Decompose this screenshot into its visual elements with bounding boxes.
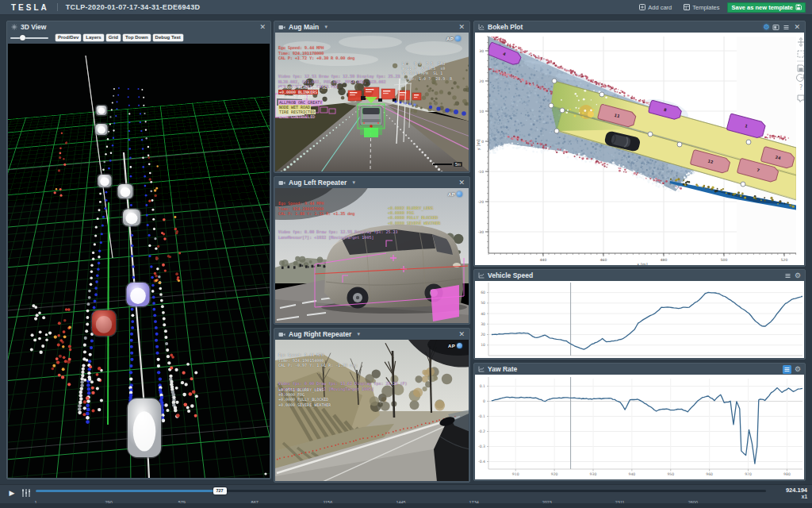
3d-car-mesh: [95, 105, 108, 117]
ap-status-icon: [457, 343, 462, 348]
3d-view-button-debug-text[interactable]: Debug Text: [153, 34, 183, 41]
play-button[interactable]: ▶: [6, 487, 17, 498]
svg-text:950: 950: [667, 472, 674, 476]
scale-indicator: 5m: [433, 162, 462, 167]
aug-right-header[interactable]: Aug Right Repeater ▼ ✕: [274, 329, 469, 340]
ap-status-icon: [455, 36, 461, 41]
svg-text:460: 460: [600, 258, 607, 262]
panel-vehicle-speed: Vehicle Speed ⚙ 605040302010: [473, 269, 806, 360]
save-template-label: Save as new template: [731, 4, 793, 11]
3d-view-button-grid[interactable]: Grid: [106, 34, 121, 41]
3d-car-mesh: [127, 398, 163, 459]
yaw-rate-canvas[interactable]: 0.10-0.1-0.2-0.3-0.491092093094095096097…: [475, 375, 804, 479]
bokeh-canvas[interactable]: 41181127244404604805005203020100-10-20-3…: [475, 33, 804, 265]
aug-left-telemetry-text: Ego Speed: 9.44 MPHTime: 924.190057000CA…: [278, 191, 398, 249]
svg-text:-30: -30: [478, 230, 484, 234]
recording-title: TCLP-2020-01-07-17-34-31-EDE6943D: [66, 3, 200, 11]
slider-thumb[interactable]: [20, 35, 25, 40]
list-icon[interactable]: [784, 272, 791, 279]
svg-text:-0.4: -0.4: [478, 460, 485, 464]
aug-right-title: Aug Right Repeater: [289, 330, 351, 338]
settings-gear-icon[interactable]: ⚙: [763, 24, 769, 31]
svg-text:40: 40: [481, 312, 485, 316]
aug-main-title: Aug Main: [289, 23, 319, 31]
aug-main-close-icon[interactable]: ✕: [458, 23, 465, 31]
aug-left-title: Aug Left Repeater: [289, 179, 347, 187]
3d-car-mesh: [117, 183, 134, 200]
panel-3d-view: 3D View ✕ Prod/DevLayersGridTop DownDebu…: [6, 21, 271, 479]
aug-right-video: Ego Speed: 9.44 MPHTime: 924.190154000CA…: [275, 340, 469, 481]
aug-right-close-icon[interactable]: ✕: [458, 330, 465, 338]
3d-view-close-icon[interactable]: ✕: [259, 23, 266, 31]
playback-speed-label[interactable]: x1: [802, 494, 807, 499]
svg-text:910: 910: [512, 472, 519, 476]
3d-view-zoom-slider[interactable]: [10, 34, 48, 42]
app-window: TESLA TCLP-2020-01-07-17-34-31-EDE6943D …: [0, 0, 812, 508]
save-icon: [795, 4, 802, 10]
svg-text:60: 60: [481, 291, 485, 294]
templates-button[interactable]: Templates: [680, 2, 723, 13]
gear-icon: [11, 24, 17, 30]
aug-left-header[interactable]: Aug Left Repeater ▼ ✕: [274, 177, 469, 188]
bokeh-close-icon[interactable]: ✕: [793, 23, 801, 31]
chevron-down-icon[interactable]: ▼: [351, 180, 356, 185]
aug-main-flags-text: +0.0000 PIXELWISE_SL.br+0.0000 BLINKERS+…: [278, 85, 335, 119]
panel-yaw-rate: Yaw Rate ⚙ 0.10-0.1-0.2-0.3-0.4910920930…: [473, 363, 806, 481]
templates-icon: [684, 4, 690, 10]
3d-car-mesh: [91, 310, 117, 337]
layout-icon[interactable]: [772, 24, 779, 31]
save-as-new-template-button[interactable]: Save as new template: [727, 2, 806, 13]
aug-main-header[interactable]: Aug Main ▼ ✕: [274, 21, 469, 33]
list-icon[interactable]: [783, 24, 790, 31]
svg-text:480: 480: [661, 258, 668, 262]
panel-aug-main: Aug Main ▼ ✕ Ego Speed: 9.44 MPHTime: 92…: [274, 21, 470, 173]
bokeh-header[interactable]: Bokeh Plot ⚙ ✕: [474, 21, 805, 33]
settings-gear-icon[interactable]: ⚙: [795, 272, 801, 279]
ap-badge: AP: [448, 191, 462, 197]
vehicle-speed-header[interactable]: Vehicle Speed ⚙: [474, 270, 805, 281]
vehicle-speed-canvas[interactable]: 605040302010: [475, 281, 804, 358]
3d-view-toolbar: Prod/DevLayersGridTop DownDebug Text: [7, 33, 270, 43]
yaw-rate-header[interactable]: Yaw Rate ⚙: [474, 364, 805, 375]
camera-icon: [278, 25, 285, 30]
help-tool-icon: ?: [799, 84, 802, 91]
top-bar: TESLA TCLP-2020-01-07-17-34-31-EDE6943D …: [0, 0, 812, 15]
bokeh-title: Bokeh Plot: [488, 23, 523, 31]
aug-right-flags-text: +0.0551 BLURRY_LENS+0.0000 FOG+0.0000 FU…: [278, 387, 331, 407]
aug-left-close-icon[interactable]: ✕: [458, 179, 465, 187]
settings-gear-icon[interactable]: ⚙: [795, 366, 801, 373]
svg-text:-0.3: -0.3: [478, 444, 485, 448]
frame-step-icon[interactable]: [21, 487, 32, 498]
svg-text:980: 980: [783, 472, 791, 476]
svg-text:20: 20: [479, 79, 484, 83]
panel-aug-right-repeater: Aug Right Repeater ▼ ✕ Ego Speed: 9.44 M…: [274, 328, 470, 483]
svg-text:970: 970: [745, 472, 752, 476]
svg-text:0.1: 0.1: [480, 384, 485, 388]
3d-view-button-top-down[interactable]: Top Down: [123, 34, 151, 41]
list-icon-active[interactable]: [783, 365, 791, 374]
3d-view-button-prod-dev[interactable]: Prod/Dev: [56, 34, 81, 41]
chevron-down-icon[interactable]: ▼: [324, 25, 328, 29]
current-time-label: 924.194: [786, 487, 807, 494]
add-card-icon: [639, 4, 645, 10]
yaw-rate-figure: 0.10-0.1-0.2-0.3-0.491092093094095096097…: [475, 375, 804, 479]
3d-view-viewport[interactable]: [8, 44, 270, 478]
line-chart-icon: [478, 272, 485, 279]
svg-text:x [m]: x [m]: [637, 262, 647, 265]
camera-icon: [278, 332, 285, 337]
3d-view-header[interactable]: 3D View ✕: [7, 21, 270, 33]
svg-text:500: 500: [721, 258, 728, 262]
add-card-button[interactable]: Add card: [635, 2, 676, 13]
3d-view-button-layers[interactable]: Layers: [83, 34, 103, 41]
svg-text:-20: -20: [478, 200, 484, 204]
svg-text:920: 920: [551, 472, 558, 476]
timeline-thumb[interactable]: 727: [213, 487, 227, 495]
svg-text:0: 0: [483, 399, 485, 403]
vehicle-speed-figure: 605040302010: [475, 281, 804, 358]
chevron-down-icon[interactable]: ▼: [356, 332, 361, 337]
3d-car-mesh: [94, 123, 109, 137]
svg-text:-10: -10: [478, 170, 484, 174]
3d-view-title: 3D View: [21, 23, 46, 31]
3d-scene-canvas: [8, 44, 270, 478]
timeline-slider[interactable]: 727 1290579867115614451734202323112600: [36, 490, 766, 492]
